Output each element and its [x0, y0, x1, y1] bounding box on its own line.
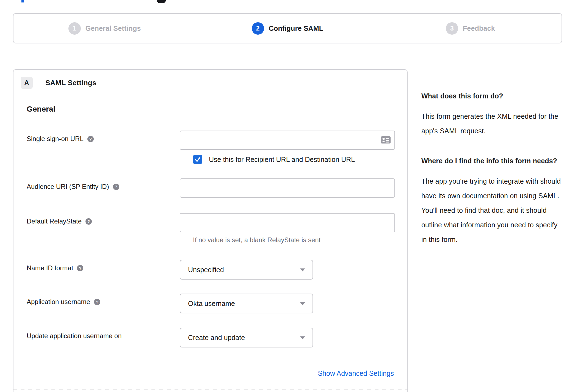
relay-state-label: Default RelayState [27, 217, 82, 225]
contact-card-icon[interactable] [381, 136, 391, 145]
name-id-format-label: Name ID format [27, 264, 73, 272]
application-username-row: Application username ? Okta username [13, 294, 407, 313]
audience-uri-help-icon[interactable]: ? [113, 184, 119, 190]
help-heading-1: What does this form do? [421, 91, 563, 101]
help-heading-2: Where do I find the info this form needs… [421, 156, 563, 166]
help-body-2: The app you're trying to integrate with … [421, 174, 563, 247]
application-username-help-icon[interactable]: ? [94, 299, 100, 305]
name-id-format-select[interactable]: Unspecified [180, 260, 313, 280]
audience-uri-label-wrap: Audience URI (SP Entity ID) ? [27, 178, 180, 191]
step-number-badge: 3 [446, 22, 458, 35]
relay-state-input-wrap [180, 213, 395, 232]
sso-url-label-wrap: Single sign-on URL ? [27, 131, 180, 143]
step-label: General Settings [85, 24, 141, 32]
saml-settings-panel: A SAML Settings General Single sign-on U… [13, 69, 408, 392]
sso-url-label: Single sign-on URL [27, 135, 84, 143]
checkmark-icon [194, 156, 201, 163]
application-username-select[interactable]: Okta username [180, 294, 313, 313]
help-panel: What does this form do? This form genera… [421, 91, 563, 247]
chevron-down-icon [300, 302, 305, 305]
update-username-row: Update application username on Create an… [13, 328, 407, 347]
sso-url-row: Single sign-on URL ? [13, 131, 407, 150]
sso-url-input-wrap [180, 131, 395, 150]
panel-title: SAML Settings [45, 79, 96, 87]
step-label: Feedback [463, 24, 495, 32]
relay-state-help-icon[interactable]: ? [85, 218, 92, 225]
clipped-header-fragment-dark [157, 0, 166, 3]
chevron-down-icon [300, 269, 305, 272]
update-username-label: Update application username on [27, 332, 122, 340]
general-section-heading: General [27, 105, 407, 114]
wizard-stepper: 1 General Settings 2 Configure SAML 3 Fe… [13, 13, 562, 43]
recipient-url-checkbox[interactable] [193, 155, 202, 164]
sso-url-help-icon[interactable]: ? [87, 136, 94, 142]
step-number-badge: 1 [68, 22, 81, 35]
recipient-url-checkbox-label[interactable]: Use this for Recipient URL and Destinati… [209, 156, 355, 164]
relay-state-helper-text: If no value is set, a blank RelayState i… [13, 236, 407, 244]
sso-url-input[interactable] [180, 131, 395, 150]
application-username-label: Application username [27, 298, 90, 306]
application-username-value: Okta username [188, 300, 235, 308]
relay-state-label-wrap: Default RelayState ? [27, 213, 180, 225]
screenshot-cut-line [13, 390, 408, 390]
relay-state-row: Default RelayState ? [13, 213, 407, 232]
name-id-format-help-icon[interactable]: ? [77, 265, 83, 271]
name-id-format-label-wrap: Name ID format ? [27, 260, 180, 272]
application-username-label-wrap: Application username ? [27, 294, 180, 306]
section-a-badge: A [21, 77, 33, 89]
relay-state-input[interactable] [180, 213, 395, 232]
audience-uri-label: Audience URI (SP Entity ID) [27, 183, 109, 191]
step-configure-saml[interactable]: 2 Configure SAML [196, 14, 378, 43]
chevron-down-icon [300, 336, 305, 339]
audience-uri-input[interactable] [180, 178, 395, 198]
step-label: Configure SAML [269, 24, 324, 32]
step-feedback[interactable]: 3 Feedback [379, 14, 562, 43]
audience-uri-row: Audience URI (SP Entity ID) ? [13, 178, 407, 198]
step-number-badge: 2 [252, 22, 264, 35]
update-username-value: Create and update [188, 334, 245, 342]
step-general-settings[interactable]: 1 General Settings [13, 14, 196, 43]
update-username-select[interactable]: Create and update [180, 328, 313, 347]
advanced-settings-row: Show Advanced Settings [13, 369, 407, 377]
name-id-format-value: Unspecified [188, 266, 224, 274]
update-username-label-wrap: Update application username on [27, 328, 180, 340]
name-id-format-row: Name ID format ? Unspecified [13, 260, 407, 280]
show-advanced-settings-link[interactable]: Show Advanced Settings [318, 369, 394, 377]
recipient-url-checkbox-row: Use this for Recipient URL and Destinati… [13, 155, 407, 164]
help-body-1: This form generates the XML needed for t… [421, 109, 563, 138]
clipped-header-fragment-blue [21, 0, 24, 2]
audience-uri-input-wrap [180, 178, 395, 198]
